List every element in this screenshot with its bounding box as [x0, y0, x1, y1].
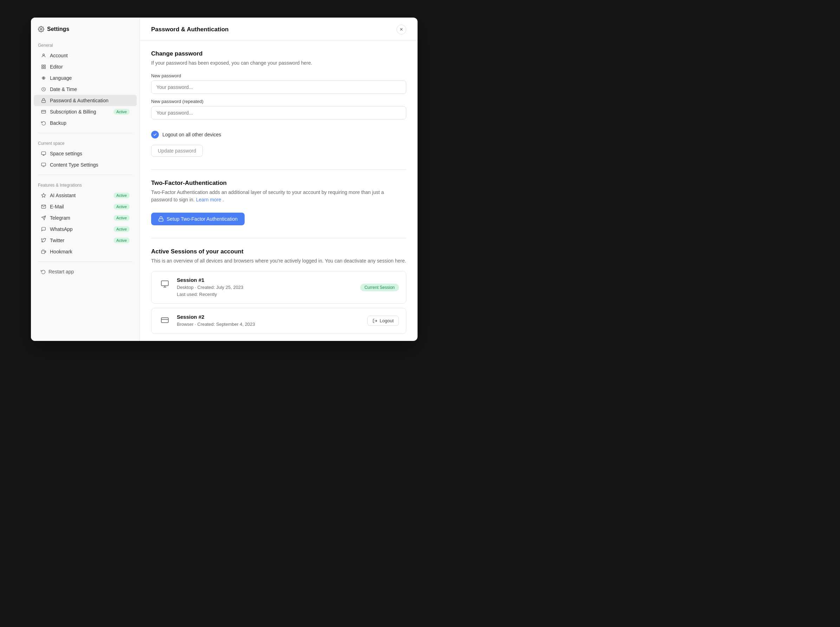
datetime-icon — [41, 87, 46, 92]
update-password-button[interactable]: Update password — [151, 145, 203, 157]
logout-all-checkbox[interactable] — [151, 131, 159, 139]
sidebar-header: Settings — [31, 26, 140, 39]
session-1-icon — [159, 278, 171, 290]
sidebar-item-ai-assistant[interactable]: AI Assistant Active — [34, 190, 137, 201]
session-1-detail-2: Last used: Recently — [177, 291, 355, 298]
ai-icon — [41, 192, 46, 198]
two-factor-section: Two-Factor-Authentication Two-Factor Aut… — [151, 180, 406, 225]
sidebar-item-password[interactable]: Password & Authentication — [34, 95, 137, 106]
sidebar-item-twitter[interactable]: Twitter Active — [34, 235, 137, 246]
backup-icon — [41, 120, 46, 126]
svg-rect-4 — [42, 67, 43, 69]
setup-2fa-button[interactable]: Setup Two-Factor Authentication — [151, 213, 244, 225]
password-label: Password & Authentication — [50, 98, 130, 103]
sidebar-item-content-type[interactable]: Content Type Settings — [34, 159, 137, 170]
change-password-section: Change password If your password has bee… — [151, 50, 406, 157]
browser-icon — [161, 317, 169, 325]
twitter-badge: Active — [113, 238, 130, 243]
sidebar-item-email[interactable]: E-Mail Active — [34, 201, 137, 212]
new-password-input[interactable] — [151, 80, 406, 94]
settings-sidebar: Settings General Account Editor Language — [31, 17, 140, 341]
svg-marker-16 — [41, 193, 46, 197]
settings-modal: Settings General Account Editor Language — [31, 17, 418, 341]
sidebar-item-whatsapp[interactable]: WhatsApp Active — [34, 224, 137, 235]
sidebar-divider-3 — [38, 262, 132, 262]
backup-label: Backup — [50, 120, 130, 126]
sidebar-item-backup[interactable]: Backup — [34, 117, 137, 129]
svg-rect-23 — [159, 219, 163, 221]
modal-title: Password & Authentication — [151, 26, 229, 33]
telegram-icon — [41, 215, 46, 221]
password-icon — [41, 98, 46, 103]
section-divider-2 — [151, 238, 406, 238]
language-label: Language — [50, 75, 130, 81]
sidebar-divider-2 — [38, 175, 132, 175]
change-password-desc: If your password has been exposed, you c… — [151, 59, 406, 67]
sidebar-item-account[interactable]: Account — [34, 50, 137, 61]
datetime-label: Date & Time — [50, 87, 130, 92]
space-settings-label: Space settings — [50, 151, 130, 156]
telegram-badge: Active — [113, 215, 130, 221]
svg-rect-27 — [161, 318, 169, 323]
svg-rect-9 — [41, 110, 46, 113]
desktop-icon — [161, 280, 169, 288]
svg-rect-24 — [161, 281, 169, 286]
restart-app-button[interactable]: Restart app — [34, 266, 137, 277]
learn-more-link[interactable]: Learn more — [196, 197, 221, 202]
content-type-icon — [41, 162, 46, 168]
restart-icon — [41, 269, 46, 274]
restart-label: Restart app — [49, 269, 74, 274]
logout-all-label: Logout on all other devices — [162, 132, 221, 137]
logout-all-row: Logout on all other devices — [151, 131, 406, 139]
svg-point-1 — [43, 54, 45, 55]
sidebar-item-datetime[interactable]: Date & Time — [34, 83, 137, 95]
email-label: E-Mail — [50, 204, 110, 210]
setup-2fa-label: Setup Two-Factor Authentication — [167, 216, 238, 222]
svg-rect-2 — [42, 65, 43, 66]
sidebar-item-subscription[interactable]: Subscription & Billing Active — [34, 106, 137, 117]
twitter-label: Twitter — [50, 238, 110, 243]
two-factor-desc-text: Two-Factor Authentication adds an additi… — [151, 189, 384, 202]
sidebar-item-editor[interactable]: Editor — [34, 61, 137, 72]
confirm-password-input[interactable] — [151, 106, 406, 120]
whatsapp-label: WhatsApp — [50, 226, 110, 232]
two-factor-title: Two-Factor-Authentication — [151, 180, 406, 187]
sidebar-title: Settings — [47, 26, 69, 32]
sidebar-item-space-settings[interactable]: Space settings — [34, 148, 137, 159]
svg-rect-11 — [41, 152, 46, 154]
section-label-features: Features & Integrations — [31, 179, 140, 190]
subscription-icon — [41, 109, 46, 115]
close-button[interactable]: × — [396, 25, 406, 35]
new-password-label: New password — [151, 73, 406, 78]
session-2-logout-button[interactable]: Logout — [367, 316, 399, 326]
sidebar-item-language[interactable]: Language — [34, 72, 137, 83]
editor-icon — [41, 64, 46, 69]
svg-rect-3 — [44, 65, 45, 66]
subscription-badge: Active — [113, 109, 130, 115]
session-2-icon — [159, 315, 171, 327]
sessions-desc: This is an overview of all devices and b… — [151, 257, 406, 265]
logout-label: Logout — [380, 318, 394, 323]
email-badge: Active — [113, 204, 130, 210]
confirm-password-label: New password (repeated) — [151, 99, 406, 104]
email-icon — [41, 204, 46, 210]
svg-rect-8 — [42, 100, 46, 102]
section-label-space: Current space — [31, 137, 140, 148]
sidebar-item-telegram[interactable]: Telegram Active — [34, 212, 137, 224]
sidebar-item-hookmark[interactable]: Hookmark — [34, 246, 137, 257]
logout-icon — [372, 318, 377, 323]
session-card-2: Session #2 Browser · Created: September … — [151, 308, 406, 334]
change-password-title: Change password — [151, 50, 406, 57]
checkmark-icon — [153, 132, 157, 137]
session-1-info: Session #1 Desktop · Created: July 25, 2… — [177, 277, 355, 298]
whatsapp-badge: Active — [113, 226, 130, 232]
session-2-name: Session #2 — [177, 314, 362, 320]
two-factor-desc-end: . — [222, 197, 224, 202]
settings-icon — [38, 26, 44, 32]
ai-assistant-label: AI Assistant — [50, 192, 110, 198]
editor-label: Editor — [50, 64, 130, 69]
session-2-info: Session #2 Browser · Created: September … — [177, 314, 362, 328]
account-icon — [41, 53, 46, 58]
main-content: Password & Authentication × Change passw… — [140, 17, 418, 341]
sessions-list: Session #1 Desktop · Created: July 25, 2… — [151, 271, 406, 334]
